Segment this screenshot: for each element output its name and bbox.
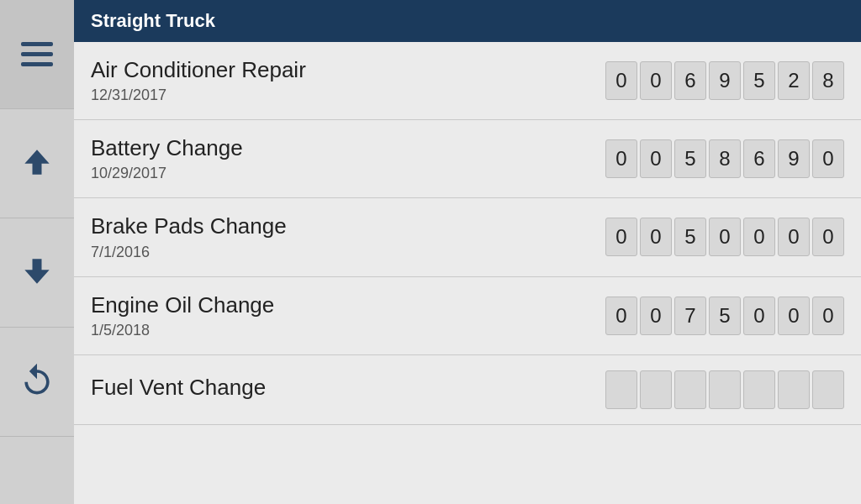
digit-1: 0 bbox=[640, 218, 672, 256]
item-date: 7/1/2016 bbox=[91, 244, 605, 261]
digit-3: 5 bbox=[709, 297, 741, 335]
list-item[interactable]: Fuel Vent Change bbox=[74, 355, 861, 425]
list-item[interactable]: Engine Oil Change 1/5/2018 0 0 7 5 0 0 0 bbox=[74, 277, 861, 355]
item-title: Air Conditioner Repair bbox=[91, 57, 605, 83]
digit-6: 0 bbox=[812, 139, 844, 178]
digit-6: 0 bbox=[812, 297, 844, 335]
item-info: Battery Change 10/29/2017 bbox=[91, 135, 605, 182]
digit-2: 5 bbox=[674, 139, 706, 178]
item-info: Fuel Vent Change bbox=[91, 375, 605, 404]
digit-1 bbox=[640, 370, 672, 409]
odometer-display: 0 0 5 8 6 9 0 bbox=[605, 139, 844, 178]
sidebar bbox=[0, 0, 74, 504]
item-date: 10/29/2017 bbox=[91, 165, 605, 182]
sidebar-menu-button[interactable] bbox=[0, 0, 74, 109]
digit-3: 0 bbox=[709, 218, 741, 256]
digit-1: 0 bbox=[640, 139, 672, 178]
item-title: Brake Pads Change bbox=[91, 213, 605, 239]
digit-0: 0 bbox=[605, 297, 637, 335]
list-item[interactable]: Brake Pads Change 7/1/2016 0 0 5 0 0 0 0 bbox=[74, 198, 861, 276]
item-info: Engine Oil Change 1/5/2018 bbox=[91, 292, 605, 339]
sidebar-down-button[interactable] bbox=[0, 218, 74, 328]
digit-2 bbox=[674, 370, 706, 409]
maintenance-list: Air Conditioner Repair 12/31/2017 0 0 6 … bbox=[74, 42, 861, 504]
hamburger-icon bbox=[21, 42, 53, 66]
digit-4: 0 bbox=[743, 297, 775, 335]
digit-0: 0 bbox=[605, 218, 637, 256]
digit-2: 5 bbox=[674, 218, 706, 256]
item-title: Engine Oil Change bbox=[91, 292, 605, 318]
odometer-display: 0 0 7 5 0 0 0 bbox=[605, 297, 844, 335]
odometer-display bbox=[605, 370, 844, 409]
item-title: Fuel Vent Change bbox=[91, 375, 605, 401]
odometer-display: 0 0 6 9 5 2 8 bbox=[605, 61, 844, 100]
list-item[interactable]: Battery Change 10/29/2017 0 0 5 8 6 9 0 bbox=[74, 120, 861, 198]
digit-6 bbox=[812, 370, 844, 409]
digit-0: 0 bbox=[605, 61, 637, 100]
digit-2: 6 bbox=[674, 61, 706, 100]
odometer-display: 0 0 5 0 0 0 0 bbox=[605, 218, 844, 256]
digit-5: 9 bbox=[778, 139, 810, 178]
item-date: 1/5/2018 bbox=[91, 322, 605, 339]
digit-1: 0 bbox=[640, 61, 672, 100]
digit-1: 0 bbox=[640, 297, 672, 335]
page-title: Straight Truck bbox=[91, 10, 215, 32]
sidebar-up-button[interactable] bbox=[0, 109, 74, 218]
digit-5: 0 bbox=[778, 218, 810, 256]
item-info: Brake Pads Change 7/1/2016 bbox=[91, 213, 605, 260]
digit-4: 5 bbox=[743, 61, 775, 100]
digit-4: 6 bbox=[743, 139, 775, 178]
digit-5: 2 bbox=[778, 61, 810, 100]
digit-3: 9 bbox=[709, 61, 741, 100]
digit-5 bbox=[778, 370, 810, 409]
arrow-down-icon bbox=[18, 253, 55, 293]
header: Straight Truck bbox=[74, 0, 861, 42]
digit-4: 0 bbox=[743, 218, 775, 256]
digit-0: 0 bbox=[605, 139, 637, 178]
replay-icon bbox=[18, 362, 55, 402]
digit-3 bbox=[709, 370, 741, 409]
item-title: Battery Change bbox=[91, 135, 605, 161]
main-content: Straight Truck Air Conditioner Repair 12… bbox=[74, 0, 861, 504]
item-date: 12/31/2017 bbox=[91, 87, 605, 104]
digit-4 bbox=[743, 370, 775, 409]
digit-5: 0 bbox=[778, 297, 810, 335]
sidebar-back-button[interactable] bbox=[0, 328, 74, 437]
digit-0 bbox=[605, 370, 637, 409]
list-item[interactable]: Air Conditioner Repair 12/31/2017 0 0 6 … bbox=[74, 42, 861, 120]
digit-2: 7 bbox=[674, 297, 706, 335]
arrow-up-icon bbox=[18, 144, 55, 184]
digit-6: 8 bbox=[812, 61, 844, 100]
item-info: Air Conditioner Repair 12/31/2017 bbox=[91, 57, 605, 104]
digit-6: 0 bbox=[812, 218, 844, 256]
digit-3: 8 bbox=[709, 139, 741, 178]
